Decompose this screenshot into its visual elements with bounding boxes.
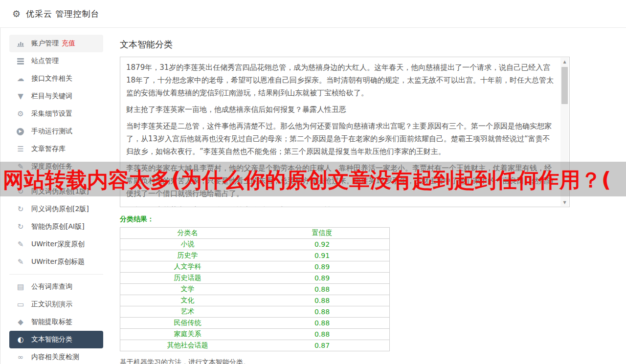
article-paragraph: 财主抢了李莲英家一亩地，他成慈禧亲信后如何报复？暴露人性丑恶	[126, 103, 555, 116]
category-cell: 艺术	[120, 306, 255, 318]
category-cell: 民俗传统	[120, 318, 255, 329]
recharge-badge[interactable]: 充值	[62, 39, 75, 48]
sidebar-item-label: 同义词伪原创[2版]	[31, 205, 89, 214]
column-header-confidence: 置信度	[255, 228, 390, 239]
sidebar-item-content-relevance-check[interactable]: ∞ 内容相关度检测	[9, 348, 103, 364]
table-row: 其他社会话题0.87	[120, 340, 390, 351]
table-row: 人文学科0.89	[120, 261, 390, 273]
sidebar-item-article-staging[interactable]: ☰ 文章暂存库	[9, 140, 103, 158]
scroll-down-arrow-icon[interactable]: ▼	[560, 198, 569, 206]
sidebar-item-label: 栏目与关键词	[31, 92, 72, 101]
scroll-up-arrow-icon[interactable]: ▲	[560, 58, 569, 65]
article-paragraph: 当时李莲英还是二总管，这件事他再清楚不过。那么他为何还要冒险向慈禧请求出宫呢？主…	[126, 120, 555, 158]
sidebar-item-public-thesaurus[interactable]: ▤ 公有词库查询	[9, 278, 103, 296]
sidebar-item-label: 智能提取标签	[31, 318, 72, 326]
article-paragraph: 1879年，31岁的李莲英出任储秀宫四品花翎总管，成为慈禧身边的大红人。这年春天…	[126, 61, 555, 99]
footnote: 基于机器学习的方法，进行文本智能分类。	[120, 358, 626, 364]
category-cell: 文化	[120, 295, 255, 306]
sidebar-divider	[9, 274, 103, 275]
table-row: 历史学0.91	[120, 250, 390, 261]
play-circle-icon: ▶	[17, 128, 24, 135]
sidebar-item-label: 接口文件相关	[31, 74, 72, 83]
confidence-cell: 0.88	[255, 306, 390, 318]
confidence-cell: 0.88	[255, 284, 390, 295]
confidence-cell: 0.92	[255, 239, 390, 250]
sidebar-item-label: 内容相关度检测	[31, 353, 79, 362]
sidebar-item-uwriter-deep-original[interactable]: ✎ UWriter深度原创	[9, 236, 103, 253]
column-header-category: 分类名	[120, 228, 255, 239]
app-title: 优采云 管理控制台	[26, 8, 99, 20]
page-title: 文本智能分类	[120, 39, 626, 50]
table-header-row: 分类名 置信度	[120, 228, 390, 239]
sidebar-item-manual-run-test[interactable]: ▶ 手动运行测试	[9, 123, 103, 140]
sidebar-item-label: 文章暂存库	[31, 145, 66, 153]
category-cell: 家庭关系	[120, 329, 255, 340]
sidebar-item-label: 手动运行测试	[31, 127, 72, 136]
scrollbar-thumb[interactable]	[561, 67, 568, 104]
cloud-upload-icon: ☁	[16, 75, 25, 83]
table-row: 文学0.88	[120, 284, 390, 295]
sidebar-item-label: 正文识别演示	[31, 300, 72, 309]
edit-icon: ✎	[16, 241, 25, 248]
sidebar-item-uwriter-original-title[interactable]: ✎ UWriter原创标题	[9, 253, 103, 271]
edit-icon: ✎	[16, 258, 25, 266]
sidebar-item-label: UWriter原创标题	[31, 257, 85, 266]
sidebar-item-label: 站点管理	[31, 57, 59, 65]
sidebar-item-account-management[interactable]: 账户管理 充值	[9, 35, 103, 52]
category-cell: 其他社会话题	[120, 340, 255, 351]
category-cell: 历史学	[120, 250, 255, 261]
sidebar-item-label: 账户管理	[31, 39, 59, 48]
table-row: 文化0.88	[120, 295, 390, 306]
watermark-text: 网站转载内容太多(为什么你的原创文章没有起到起到任何作用？(	[3, 166, 626, 194]
confidence-cell: 0.89	[255, 261, 390, 273]
link-icon: ∞	[16, 354, 25, 361]
table-row: 艺术0.88	[120, 306, 390, 318]
app-header: ⚙ 优采云 管理控制台	[0, 0, 626, 28]
confidence-cell: 0.89	[255, 273, 390, 284]
sidebar-item-ai-rewrite[interactable]: ↻ 智能伪原创[AI版]	[9, 218, 103, 236]
bar-chart-icon	[16, 41, 25, 47]
confidence-cell: 0.91	[255, 250, 390, 261]
book-icon: ▤	[16, 283, 25, 291]
sidebar-item-interface-files[interactable]: ☁ 接口文件相关	[9, 70, 103, 87]
servers-icon	[16, 58, 25, 64]
tag-icon: ◆	[16, 319, 25, 326]
table-row: 历史话题0.89	[120, 273, 390, 284]
sidebar-item-synonym-rewrite-v2[interactable]: ↻ 同义词伪原创[2版]	[9, 200, 103, 218]
confidence-cell: 0.88	[255, 318, 390, 329]
refresh-icon: ↻	[16, 206, 25, 213]
sidebar-item-label: UWriter深度原创	[31, 240, 85, 249]
category-cell: 历史话题	[120, 273, 255, 284]
category-cell: 人文学科	[120, 261, 255, 273]
gear-icon: ⚙	[12, 8, 21, 19]
sidebar-item-site-management[interactable]: 站点管理	[9, 52, 103, 70]
table-row: 小说0.92	[120, 239, 390, 250]
category-cell: 小说	[120, 239, 255, 250]
sidebar-item-label: 采集细节设置	[31, 109, 72, 118]
monitor-icon: ▭	[16, 301, 25, 308]
table-row: 民俗传统0.88	[120, 318, 390, 329]
sidebar-item-body-recognition-demo[interactable]: ▭ 正文识别演示	[9, 296, 103, 313]
sidebar-item-collection-settings[interactable]: ⚙ 采集细节设置	[9, 105, 103, 123]
gears-icon: ⚙	[16, 110, 25, 118]
pie-chart-icon: ◐	[16, 336, 25, 343]
table-row: 家庭关系0.88	[120, 329, 390, 340]
article-paragraph: 财主抢了李莲英家一亩地，他成慈禧亲信后如何报复？暴露人性丑恶	[126, 204, 555, 207]
classification-table: 分类名 置信度 小说0.92 历史学0.91 人文学科0.89 历史话题0.89…	[120, 227, 390, 351]
confidence-cell: 0.88	[255, 295, 390, 306]
database-icon: ☰	[16, 146, 25, 153]
refresh-icon: ↻	[16, 223, 25, 231]
sidebar-item-label: 公有词库查询	[31, 282, 72, 291]
sidebar-item-smart-tag-extraction[interactable]: ◆ 智能提取标签	[9, 313, 103, 331]
sidebar-item-text-classification[interactable]: ◐ 文本智能分类	[9, 331, 103, 348]
confidence-cell: 0.88	[255, 329, 390, 340]
sidebar-item-label: 智能伪原创[AI版]	[31, 222, 85, 231]
sidebar-item-label: 文本智能分类	[31, 335, 72, 344]
category-cell: 文学	[120, 284, 255, 295]
sidebar-item-columns-keywords[interactable]: ▼ 栏目与关键词	[9, 87, 103, 105]
result-label: 分类结果：	[120, 215, 626, 224]
confidence-cell: 0.87	[255, 340, 390, 351]
funnel-icon: ▼	[16, 93, 25, 100]
